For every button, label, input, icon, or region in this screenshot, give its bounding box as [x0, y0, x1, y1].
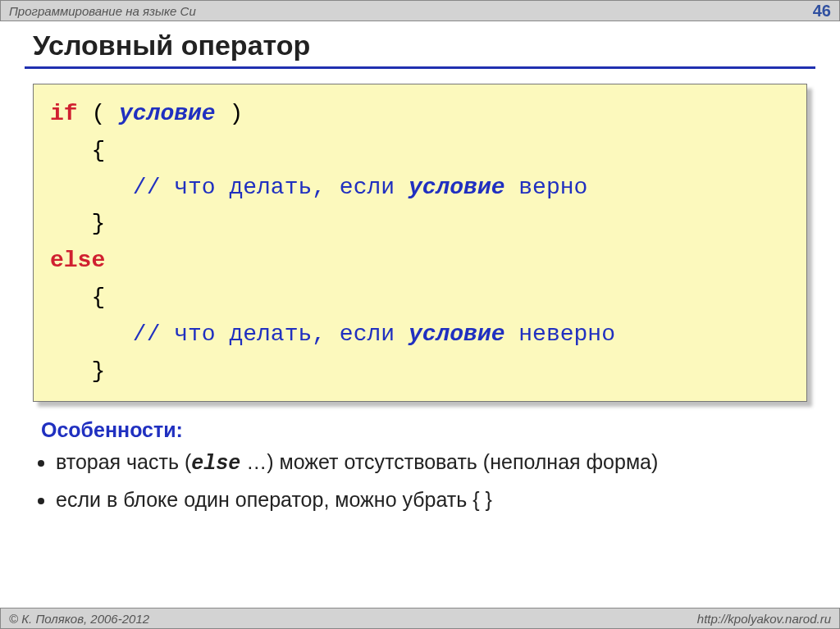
code-line-6: {	[50, 280, 790, 317]
slide-title: Условный оператор	[33, 30, 807, 62]
feature-item-2: если в блоке один оператор, можно убрать…	[56, 485, 799, 516]
page-number: 46	[813, 2, 831, 21]
code-box: if ( условие ) { // что делать, если усл…	[33, 84, 807, 402]
code-line-8: }	[50, 353, 790, 390]
header-subject: Программирование на языке Си	[9, 4, 196, 18]
code-line-7: // что делать, если условие неверно	[50, 317, 790, 353]
footer-copyright: © К. Поляков, 2006-2012	[9, 612, 149, 626]
header-bar: Программирование на языке Си 46	[0, 0, 840, 21]
condition-word: условие	[119, 101, 216, 126]
code-line-1: if ( условие )	[50, 96, 790, 133]
keyword-else: else	[50, 248, 105, 273]
code-line-3: // что делать, если условие верно	[50, 170, 790, 207]
title-underline	[25, 66, 815, 69]
footer-url: http://kpolyakov.narod.ru	[697, 612, 831, 626]
features-section: Особенности: вторая часть (else …) может…	[41, 418, 799, 515]
keyword-if: if	[50, 101, 78, 126]
footer-bar: © К. Поляков, 2006-2012 http://kpolyakov…	[0, 608, 840, 629]
features-list: вторая часть (else …) может отсутствоват…	[56, 447, 799, 515]
feature-item-1: вторая часть (else …) может отсутствоват…	[56, 447, 799, 480]
code-line-2: {	[50, 133, 790, 170]
code-line-4: }	[50, 206, 790, 243]
else-literal: else	[191, 452, 240, 476]
features-title: Особенности:	[41, 418, 799, 442]
code-line-5: else	[50, 243, 790, 280]
